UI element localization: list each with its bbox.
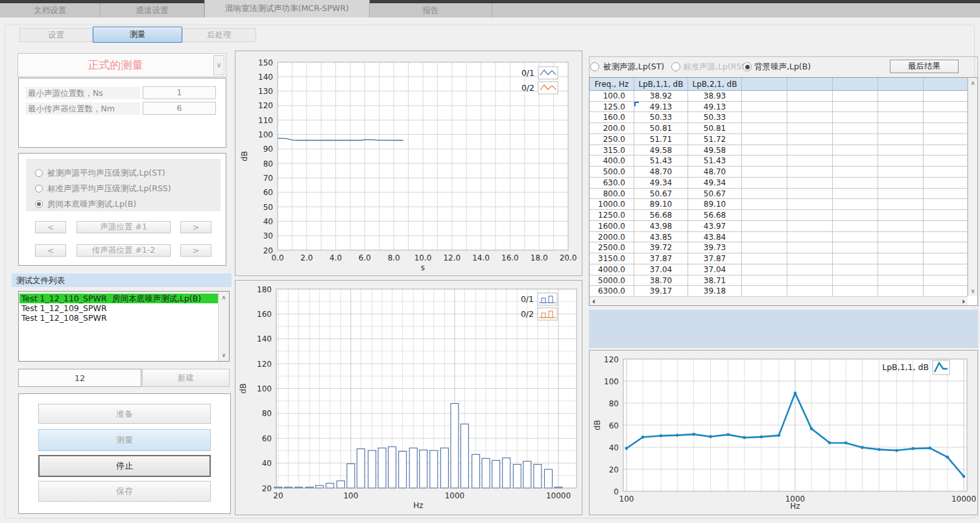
table-horizontal-scrollbar[interactable]: ‹ › (590, 296, 968, 305)
source-lprss-radio[interactable] (671, 62, 680, 71)
table-row[interactable]: 5000.038.7038.71 (590, 275, 968, 286)
table-cell (787, 275, 833, 286)
table-row[interactable]: 100.038.9238.93 (590, 91, 968, 102)
table-vertical-scrollbar[interactable]: ∧ ∨ (968, 78, 977, 296)
table-row[interactable]: 1250.056.6856.68 (590, 210, 968, 221)
table-cell: 48.70 (688, 167, 742, 178)
scroll-left-icon[interactable]: ‹ (592, 297, 595, 305)
table-cell (833, 189, 878, 200)
table-row[interactable]: 1600.043.9843.97 (590, 221, 968, 232)
scroll-up-icon[interactable]: ∧ (219, 294, 229, 301)
file-list-item[interactable]: Test 1_12_109_SPWR (19, 303, 218, 313)
scroll-right-icon[interactable]: › (962, 297, 965, 305)
source-lprss-label: 标准声源,Lp(RSS) (683, 62, 750, 72)
table-cell (787, 134, 833, 145)
final-result-button[interactable]: 最后结果 (890, 60, 959, 73)
scroll-down-icon[interactable]: ∨ (968, 288, 977, 294)
table-cell (924, 156, 968, 167)
sub-tab-settings[interactable]: 设置 (19, 28, 93, 42)
table-cell (924, 199, 968, 210)
source-lpb-radio[interactable] (743, 62, 752, 71)
table-cell (878, 156, 924, 167)
svg-text:20: 20 (609, 465, 619, 474)
table-row[interactable]: 250.051.7151.72 (590, 134, 968, 145)
table-cell: 39.72 (634, 242, 688, 253)
param-input[interactable]: 1 (143, 86, 216, 99)
file-list-item-name: Test 1_12_108_SPWR (21, 313, 107, 323)
new-file-button[interactable]: 新建 (142, 369, 230, 387)
table-row[interactable]: 160.050.3350.33 (590, 112, 968, 123)
position-prev-button[interactable]: < (35, 221, 66, 233)
measurement-mode-select[interactable]: 正式的测量 ∨ (18, 53, 226, 77)
table-row[interactable]: 6300.039.1739.18 (590, 286, 968, 297)
test-option-radio[interactable] (35, 200, 43, 208)
table-cell (787, 156, 833, 167)
table-row[interactable]: 400.051.4351.43 (590, 156, 968, 167)
svg-text:20: 20 (273, 491, 283, 500)
test-file-list[interactable]: Test 1_12_110_SPWR房间本底噪声测试,Lp(B)Test 1_1… (18, 291, 230, 362)
file-list-item[interactable]: Test 1_12_110_SPWR房间本底噪声测试,Lp(B) (19, 294, 218, 303)
table-cell (924, 178, 968, 189)
file-list-item[interactable]: Test 1_12_108_SPWR (19, 313, 218, 323)
position-next-button[interactable]: > (180, 244, 211, 257)
test-option-radio[interactable] (35, 169, 43, 177)
table-row[interactable]: 125.049.1349.13 (590, 102, 968, 113)
svg-text:12.0: 12.0 (443, 253, 460, 262)
main-tab-mcr-spwr[interactable]: 混响室法测试声功率(MCR-SPWR) (204, 0, 370, 17)
table-row[interactable]: 630.049.3449.34 (590, 178, 968, 189)
sub-tab-measure[interactable]: 测量 (93, 27, 182, 43)
table-row[interactable]: 2500.039.7239.73 (590, 242, 968, 253)
position-prev-button[interactable]: < (35, 244, 66, 257)
table-row[interactable]: 200.050.8150.81 (590, 123, 968, 134)
sub-tab-post-process[interactable]: 后处理 (182, 28, 256, 42)
save-button[interactable]: 保存 (38, 481, 211, 502)
table-row[interactable]: 1000.089.1089.10 (590, 199, 968, 210)
table-row[interactable]: 800.050.6750.67 (590, 189, 968, 200)
stop-button[interactable]: 停止 (38, 455, 211, 477)
source-lpst-radio[interactable] (590, 62, 599, 71)
file-list-scrollbar[interactable]: ∧∨ (218, 292, 229, 361)
measurement-mode-label: 正式的测量 (18, 54, 213, 76)
position-label-button[interactable]: 传声器位置 #1-2 (77, 244, 171, 257)
table-cell (878, 221, 924, 232)
table-cell (833, 91, 878, 102)
table-cell: 37.04 (634, 264, 688, 275)
table-row[interactable]: 2000.043.8543.84 (590, 232, 968, 243)
table-cell (787, 264, 833, 275)
scroll-down-icon[interactable]: ∨ (219, 352, 229, 358)
table-cell: 51.43 (634, 156, 688, 167)
position-label-button[interactable]: 声源位置 #1 (77, 221, 171, 233)
test-option-radio[interactable] (35, 185, 43, 192)
table-cell (742, 156, 787, 167)
main-tab-document-settings[interactable]: 文档设置 (0, 3, 101, 17)
main-tab-report[interactable]: 报告 (370, 3, 492, 17)
svg-text:0: 0 (614, 487, 619, 496)
table-cell (787, 221, 833, 232)
svg-text:100: 100 (604, 377, 619, 386)
svg-text:0/2: 0/2 (521, 309, 534, 319)
table-row[interactable]: 3150.037.8737.87 (590, 253, 968, 264)
svg-text:20.0: 20.0 (560, 253, 577, 262)
measure-button[interactable]: 测量 (38, 429, 211, 451)
table-row[interactable]: 315.049.5849.58 (590, 145, 968, 156)
table-cell (833, 123, 878, 134)
svg-text:50: 50 (263, 203, 273, 212)
position-next-button[interactable]: > (180, 221, 211, 233)
table-row[interactable]: 500.048.7048.70 (590, 167, 968, 178)
svg-text:8.0: 8.0 (388, 253, 400, 262)
counter-button[interactable]: 12 (18, 369, 141, 387)
table-cell: 56.68 (634, 210, 688, 221)
svg-text:1000: 1000 (445, 491, 465, 500)
file-list-item-name: Test 1_12_110_SPWR (21, 294, 107, 303)
prepare-button[interactable]: 准备 (38, 404, 211, 424)
svg-text:0/2: 0/2 (521, 83, 534, 93)
scroll-up-icon[interactable]: ∧ (968, 80, 977, 86)
table-cell (787, 232, 833, 243)
chevron-down-icon[interactable]: ∨ (213, 55, 224, 75)
param-input[interactable]: 6 (143, 102, 216, 115)
table-cell: 51.71 (634, 134, 688, 145)
svg-text:150: 150 (258, 58, 273, 67)
table-row[interactable]: 4000.037.0437.04 (590, 264, 968, 275)
svg-text:40: 40 (609, 443, 619, 452)
main-tab-channel-settings[interactable]: 通道设置 (101, 3, 204, 17)
